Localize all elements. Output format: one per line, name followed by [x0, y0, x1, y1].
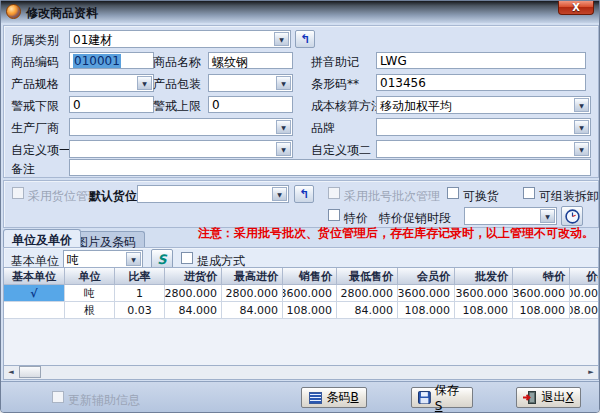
column-header: 比率: [115, 268, 165, 285]
pinyin-label: 拼音助记: [311, 54, 359, 71]
up-arrow-icon: ↰: [299, 189, 309, 199]
cell[interactable]: 108.000: [570, 302, 599, 319]
up-arrow-icon: ↰: [300, 34, 310, 44]
cell[interactable]: [4, 302, 65, 319]
column-header: 特价: [513, 268, 570, 285]
code-input[interactable]: 010001: [69, 52, 154, 69]
category-select[interactable]: 01建材 ▼: [69, 30, 291, 48]
name-input[interactable]: 螺纹钢: [208, 52, 293, 69]
chevron-down-icon[interactable]: ▼: [274, 32, 289, 46]
price-table: 基本单位单位比率进货价最高进价销售价最低售价会员价批发价特价价4√吨12800.…: [3, 267, 599, 366]
scrollbar-thumb[interactable]: [19, 366, 41, 378]
category-lookup-button[interactable]: ↰: [295, 30, 315, 48]
cell[interactable]: 3600.000: [513, 285, 570, 302]
cost-method-select[interactable]: 移动加权平均 ▼: [376, 96, 591, 114]
custom2-select[interactable]: ▼: [376, 140, 591, 158]
barcode-button[interactable]: 条码B: [301, 387, 367, 408]
default-location-select[interactable]: ▼: [137, 185, 289, 203]
special-price-checkbox[interactable]: [328, 209, 340, 221]
cell[interactable]: 0.03: [115, 302, 165, 319]
save-button[interactable]: 保存S: [411, 387, 473, 408]
cell[interactable]: 84.000: [222, 302, 283, 319]
window-title: 修改商品资料: [26, 5, 98, 22]
column-header: 最高进价: [222, 268, 283, 285]
custom1-label: 自定义项一: [11, 142, 71, 159]
clock-icon: [565, 209, 580, 224]
chevron-down-icon[interactable]: ▼: [137, 76, 152, 90]
pinyin-input[interactable]: LWG: [376, 52, 586, 69]
scroll-right-icon[interactable]: ►: [584, 366, 598, 378]
unit-edit-button[interactable]: S: [151, 249, 173, 269]
column-header: 价4: [570, 268, 599, 285]
spec-select[interactable]: ▼: [69, 74, 154, 92]
cell[interactable]: 3600.000: [455, 285, 513, 302]
barcode-icon: [309, 392, 322, 404]
cell[interactable]: 108.000: [398, 302, 455, 319]
remark-input[interactable]: [69, 159, 591, 176]
chevron-down-icon[interactable]: ▼: [126, 252, 141, 266]
location-lookup-button[interactable]: ↰: [294, 185, 314, 203]
cell[interactable]: 2800.000: [165, 285, 222, 302]
chevron-down-icon[interactable]: ▼: [574, 98, 589, 112]
barcode-input[interactable]: 013456: [376, 74, 586, 91]
cell[interactable]: 108.000: [455, 302, 513, 319]
update-info-label: 更新辅助信息: [68, 392, 140, 409]
scroll-left-icon[interactable]: ◄: [4, 366, 18, 378]
cell[interactable]: 2800.000: [337, 285, 398, 302]
table-hscrollbar[interactable]: ◄ ►: [3, 366, 599, 380]
close-icon[interactable]: X: [558, 1, 594, 15]
use-location-checkbox[interactable]: [12, 187, 24, 199]
special-period-time-button[interactable]: [561, 206, 583, 226]
unit-convert-icon: S: [157, 252, 166, 267]
cell[interactable]: 3600.000: [283, 285, 337, 302]
exchangeable-checkbox[interactable]: [447, 187, 459, 199]
custom1-select[interactable]: ▼: [69, 140, 293, 158]
manufacturer-select[interactable]: ▼: [69, 118, 293, 136]
chevron-down-icon[interactable]: ▼: [276, 142, 291, 156]
use-batch-checkbox[interactable]: [328, 187, 340, 199]
column-header: 会员价: [398, 268, 455, 285]
chevron-down-icon[interactable]: ▼: [574, 142, 589, 156]
cell[interactable]: 2800.000: [222, 285, 283, 302]
cell[interactable]: 108.000: [513, 302, 570, 319]
notice-text: 注意：采用批号批次、货位管理后，存在库存记录时，以上管理不可改动。: [198, 225, 594, 242]
packing-select[interactable]: ▼: [208, 74, 293, 92]
update-info-checkbox[interactable]: [52, 391, 64, 403]
brand-label: 品牌: [311, 120, 335, 137]
cell[interactable]: 84.000: [337, 302, 398, 319]
warn-lower-input[interactable]: 0: [69, 96, 154, 113]
name-label: 商品名称: [153, 54, 201, 71]
exit-button[interactable]: 退出X: [516, 387, 581, 408]
column-header: 批发价: [455, 268, 513, 285]
cell[interactable]: √: [4, 285, 65, 302]
base-unit-select[interactable]: 吨 ▼: [63, 250, 143, 268]
cell[interactable]: 3600.000: [398, 285, 455, 302]
chevron-down-icon[interactable]: ▼: [276, 76, 291, 90]
warn-upper-label: 警戒上限: [153, 98, 201, 115]
tab-units-prices[interactable]: 单位及单价: [3, 229, 81, 247]
cell[interactable]: 3600.000: [570, 285, 599, 302]
warn-upper-input[interactable]: 0: [208, 96, 293, 113]
assemblable-label: 可组装拆卸: [539, 188, 599, 205]
chevron-down-icon[interactable]: ▼: [574, 120, 589, 134]
commission-checkbox[interactable]: [181, 252, 193, 264]
cell[interactable]: 根: [65, 302, 115, 319]
column-header: 单位: [65, 268, 115, 285]
cost-method-label: 成本核算方法: [311, 98, 383, 115]
manufacturer-label: 生产厂商: [11, 120, 59, 137]
column-header: 进货价: [165, 268, 222, 285]
cell[interactable]: 108.000: [283, 302, 337, 319]
edit-product-window: 修改商品资料 X 所属类别 01建材 ▼ ↰ 商品编码 010001 商品名称 …: [0, 0, 600, 413]
special-period-select[interactable]: ▼: [464, 207, 557, 225]
exit-door-icon: [523, 391, 537, 404]
chevron-down-icon[interactable]: ▼: [540, 209, 555, 223]
chevron-down-icon[interactable]: ▼: [276, 120, 291, 134]
cell[interactable]: 1: [115, 285, 165, 302]
remark-label: 备注: [11, 161, 35, 178]
chevron-down-icon[interactable]: ▼: [272, 187, 287, 201]
assemblable-checkbox[interactable]: [523, 187, 535, 199]
column-header: 最低售价: [337, 268, 398, 285]
brand-select[interactable]: ▼: [376, 118, 591, 136]
cell[interactable]: 吨: [65, 285, 115, 302]
cell[interactable]: 84.000: [165, 302, 222, 319]
